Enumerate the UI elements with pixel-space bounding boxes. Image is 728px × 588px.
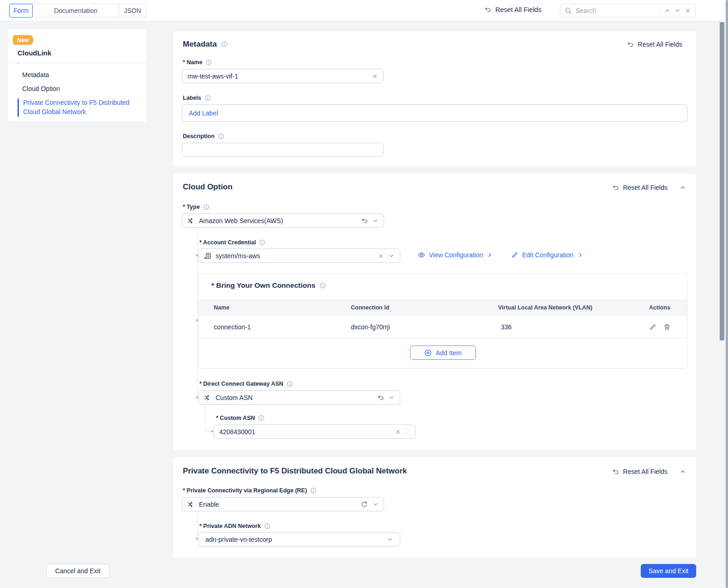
add-label-button[interactable]: Add Label [189,109,218,117]
outer-scrollbar[interactable] [726,0,728,588]
connector-dash [205,431,211,431]
cloudlink-form-page: Form Documentation JSON Reset All Fields… [0,0,728,588]
dcg-asn-select[interactable]: Custom ASN [199,390,400,405]
chevron-down-icon[interactable] [388,394,395,401]
description-input[interactable] [187,146,378,153]
caret-notch-icon[interactable] [15,61,21,66]
private-connectivity-reset-all-fields[interactable]: Reset All Fields [612,468,668,475]
edit-configuration-link[interactable]: Edit Configuration [511,251,584,259]
new-badge-label: New [17,37,29,43]
sidebar-item-private-connectivity[interactable]: Private Connectivity to F5 Distributed C… [23,98,140,116]
row-edit-pencil-icon[interactable] [649,323,656,331]
collapse-chevron-up-icon[interactable] [680,468,686,475]
type-label: * Type [183,204,200,210]
clear-close-icon[interactable] [378,253,384,259]
undo-icon [612,468,619,475]
type-value: Amazon Web Services(AWS) [199,217,356,224]
reset-field-undo-icon[interactable] [377,394,384,401]
sidebar-item-metadata[interactable]: Metadata [22,71,49,79]
reference-icon [204,252,211,260]
byoc-title-row: * Bring Your Own Connections [211,281,326,290]
private-connectivity-section: Private Connectivity to F5 Distributed C… [173,457,696,558]
chevron-down-icon[interactable] [387,536,393,543]
plus-circle-icon [424,349,432,357]
chevron-down-icon[interactable] [372,501,379,508]
clear-close-icon[interactable] [395,429,401,435]
name-label: * Name [183,59,202,66]
save-and-exit-button[interactable]: Save and Exit [641,564,696,578]
chevron-right-icon [577,252,584,258]
account-credential-label-row: * Account Credential [199,239,265,246]
search-box [560,4,696,18]
undo-icon [626,41,634,48]
cloud-option-section: Cloud Option Reset All Fields * Type Ama… [173,174,696,450]
metadata-title: Metadata [183,40,217,49]
re-select[interactable]: Enable [182,497,384,511]
table-row: connection-1 dxcon-fg70rrji 336 [199,316,687,339]
column-header-actions: Actions [649,304,670,311]
adn-network-select[interactable]: adn-private-vn-testcorp [199,532,400,546]
tab-json[interactable]: JSON [119,4,146,18]
account-credential-label: * Account Credential [199,239,256,246]
tab-documentation[interactable]: Documentation [32,4,119,18]
search-next-chevron-down-icon[interactable] [674,7,681,14]
description-field [182,143,384,157]
info-icon[interactable] [264,523,271,529]
search-input[interactable] [576,7,656,14]
search-prev-chevron-up-icon[interactable] [664,7,671,14]
labels-label: Labels [183,95,201,101]
cancel-and-exit-button[interactable]: Cancel and Exit [46,564,109,578]
inner-scrollbar-thumb[interactable] [720,22,724,340]
one-of-branch-icon [204,394,211,401]
re-label-row: * Private Connectivity via Regional Edge… [183,487,317,494]
info-icon[interactable] [203,204,210,210]
name-field [182,69,384,83]
tab-form[interactable]: Form [9,4,33,18]
info-icon[interactable] [319,282,326,289]
search-close-icon[interactable] [685,7,691,14]
type-select[interactable]: Amazon Web Services(AWS) [182,213,384,228]
clear-close-icon[interactable] [372,73,378,79]
one-of-branch-icon [187,217,195,224]
row-delete-trash-icon[interactable] [663,323,671,331]
info-icon[interactable] [218,133,224,139]
info-icon[interactable] [205,95,211,101]
info-icon[interactable] [287,381,293,387]
adn-label-row: * Private ADN Network [199,523,271,529]
name-input[interactable] [187,73,367,80]
metadata-reset-all-fields[interactable]: Reset All Fields [626,41,682,48]
info-icon[interactable] [205,59,212,66]
description-label: Description [183,133,215,139]
labels-field[interactable]: Add Label [182,104,688,122]
adn-label: * Private ADN Network [199,523,261,529]
account-credential-value: system/ms-aws [216,252,373,260]
chevron-down-icon[interactable] [388,253,395,259]
info-icon[interactable] [258,415,265,421]
cloud-option-reset-all-fields[interactable]: Reset All Fields [612,184,668,191]
custom-asn-input[interactable] [219,428,391,436]
stepper-up-chevron-icon[interactable] [405,428,410,431]
add-item-button[interactable]: Add Item [410,346,476,360]
top-bar: Form Documentation JSON Reset All Fields [0,0,728,21]
account-credential-select[interactable]: system/ms-aws [199,249,400,263]
reset-all-fields-header[interactable]: Reset All Fields [484,6,541,13]
refresh-redo-icon[interactable] [361,501,368,508]
custom-asn-label-row: * Custom ASN [216,415,265,421]
connector-dot [196,538,198,540]
stepper-down-chevron-icon[interactable] [405,432,410,436]
tab-form-label: Form [13,7,29,14]
metadata-header-actions: Reset All Fields [626,41,682,48]
chevron-down-icon[interactable] [372,218,379,224]
info-icon[interactable] [310,487,317,494]
collapse-chevron-up-icon[interactable] [680,184,686,191]
undo-icon [612,184,619,191]
sidebar-item-cloud-option[interactable]: Cloud Option [22,85,60,92]
view-configuration-link[interactable]: View Configuration [418,251,493,259]
info-icon[interactable] [259,239,265,246]
add-item-label: Add Item [436,349,462,357]
reset-field-undo-icon[interactable] [361,217,368,224]
cell-vlan: 336 [501,323,511,331]
info-icon[interactable] [221,41,228,48]
dcg-asn-label-row: * Direct Connect Gateway ASN [199,381,293,387]
metadata-title-row: Metadata [183,40,228,49]
